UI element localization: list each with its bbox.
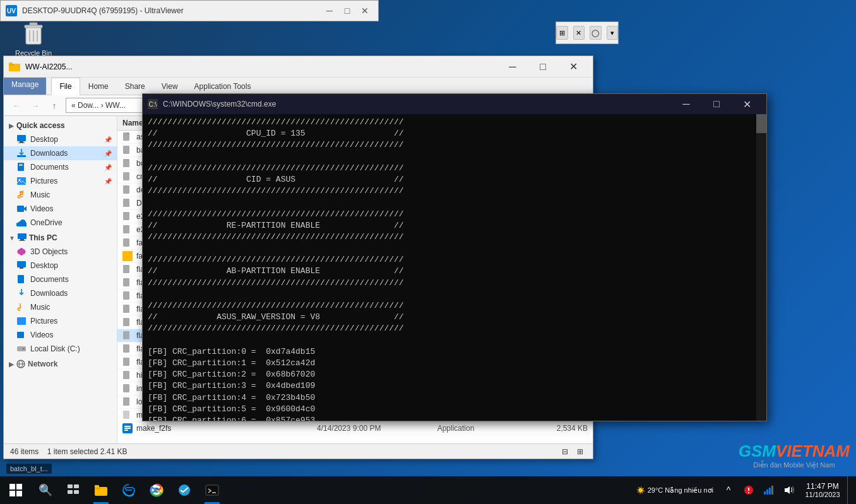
- taskbar-edge-button[interactable]: [115, 476, 143, 504]
- nav-back-button[interactable]: ←: [9, 98, 24, 113]
- cmd-window[interactable]: C:\ C:\WINDOWS\system32\cmd.exe ─ □ ✕ //…: [142, 93, 767, 421]
- sidebar-item-3d-objects[interactable]: 3D Objects: [4, 245, 117, 259]
- svg-rect-8: [9, 62, 13, 64]
- svg-rect-36: [123, 212, 129, 220]
- svg-rect-47: [123, 358, 129, 366]
- sidebar-item-onedrive[interactable]: OneDrive: [4, 216, 117, 230]
- sidebar-header-this-pc[interactable]: ▼ This PC: [4, 231, 117, 245]
- tray-network-icon[interactable]: [760, 476, 778, 504]
- file-item-icon: [122, 278, 133, 288]
- cmd-window-controls[interactable]: ─ □ ✕: [672, 96, 761, 112]
- nav-forward-button[interactable]: →: [28, 98, 43, 113]
- svg-rect-2: [30, 23, 37, 25]
- cmd-scrollbar[interactable]: [756, 114, 766, 421]
- taskbar-left[interactable]: 🔍: [0, 476, 226, 504]
- cmd-scroll-thumb[interactable]: [756, 114, 766, 133]
- clock[interactable]: 11:47 PM 11/10/2023: [800, 476, 845, 504]
- svg-rect-28: [23, 348, 25, 349]
- sidebar-item-local-disk[interactable]: Local Disk (C:): [4, 342, 117, 356]
- file-explorer-sidebar[interactable]: ▶ Quick access Desktop 📌 Downloads 📌: [4, 116, 117, 443]
- cmd-maximize-button[interactable]: □: [702, 96, 731, 112]
- svg-rect-48: [123, 371, 129, 379]
- taskbar-right[interactable]: ☀️ 29°C Nắng nhiều nơi ^ 11:47 PM 11/10/…: [633, 476, 856, 504]
- svg-rect-37: [123, 225, 129, 233]
- ultraviewer-close-button[interactable]: ✕: [357, 3, 373, 19]
- fe-maximize-button[interactable]: □: [528, 59, 557, 75]
- fe-minimize-button[interactable]: ─: [498, 59, 527, 75]
- this-pc-label: This PC: [29, 233, 57, 242]
- file-explorer-titlebar: WW-AI2205... ─ □ ✕: [4, 56, 593, 78]
- ribbon-tab-apptools[interactable]: Application Tools: [186, 78, 259, 95]
- sidebar-label-pictures-qa: Pictures: [30, 177, 57, 185]
- sidebar-item-desktop-qa[interactable]: Desktop 📌: [4, 132, 117, 146]
- ribbon-manage-tab[interactable]: Manage: [4, 78, 46, 95]
- sidebar-item-videos-qa[interactable]: Videos: [4, 202, 117, 216]
- cmd-close-button[interactable]: ✕: [732, 96, 761, 112]
- ultraviewer-maximize-button[interactable]: □: [339, 3, 355, 19]
- telegram-icon: [177, 483, 191, 497]
- remote-btn-1[interactable]: ⊞: [556, 26, 568, 40]
- clock-time: 11:47 PM: [806, 482, 838, 491]
- statusbar-count: 46 items 1 item selected 2.41 KB: [10, 447, 127, 456]
- ultraviewer-controls[interactable]: ─ □ ✕: [321, 3, 373, 19]
- taskbar-telegram-button[interactable]: [170, 476, 198, 504]
- terminal-icon: [205, 483, 219, 497]
- ribbon-tabs[interactable]: File Home Share View Application Tools: [46, 78, 264, 95]
- file-explorer-window-controls[interactable]: ─ □ ✕: [498, 59, 588, 75]
- sidebar-item-documents-pc[interactable]: Documents: [4, 273, 117, 286]
- sidebar-item-pictures-qa[interactable]: Pictures 📌: [4, 174, 117, 188]
- ribbon-tab-view[interactable]: View: [153, 78, 186, 95]
- recycle-bin[interactable]: Recycle Bin: [11, 19, 56, 57]
- show-desktop-button[interactable]: [847, 476, 851, 504]
- file-explorer-ribbon[interactable]: Manage File Home Share View Application …: [4, 78, 593, 95]
- taskbar-fileexplorer-button[interactable]: [87, 476, 115, 504]
- tray-warning-icon[interactable]: [740, 476, 758, 504]
- ultraviewer-window[interactable]: UV DESKTOP-9UUDR4Q (67959195) - UltraVie…: [0, 0, 379, 21]
- network-icon: [16, 360, 25, 368]
- fe-close-button[interactable]: ✕: [559, 59, 588, 75]
- sidebar-item-music-qa[interactable]: Music: [4, 188, 117, 202]
- sidebar-section-quick-access: ▶ Quick access Desktop 📌 Downloads 📌: [4, 119, 117, 230]
- statusbar-details-view-icon[interactable]: ⊟: [559, 445, 571, 458]
- svg-rect-18: [17, 206, 24, 212]
- remote-toolbar[interactable]: ⊞ ✕ ◯ ▾: [556, 21, 619, 44]
- sidebar-item-pictures-pc[interactable]: Pictures: [4, 314, 117, 328]
- taskbar-terminal-button[interactable]: [198, 476, 226, 504]
- svg-rect-71: [769, 488, 771, 495]
- remote-btn-3[interactable]: ◯: [590, 26, 602, 40]
- sidebar-item-music-pc[interactable]: Music: [4, 300, 117, 314]
- ultraviewer-minimize-button[interactable]: ─: [321, 3, 338, 19]
- ribbon-tab-home[interactable]: Home: [80, 78, 117, 95]
- sidebar-label-music-pc: Music: [30, 303, 50, 312]
- sidebar-item-desktop-pc[interactable]: Desktop: [4, 259, 117, 273]
- cmd-minimize-button[interactable]: ─: [672, 96, 701, 112]
- sidebar-header-network[interactable]: ▶ Network: [4, 357, 117, 371]
- statusbar-tiles-view-icon[interactable]: ⊞: [574, 445, 586, 458]
- sidebar-item-downloads-qa[interactable]: Downloads 📌: [4, 146, 117, 160]
- svg-rect-10: [20, 141, 23, 143]
- table-row[interactable]: make_f2fs 4/14/2023 9:00 PM Application …: [117, 422, 593, 435]
- svg-rect-69: [764, 491, 766, 495]
- statusbar-view-icons[interactable]: ⊟ ⊞: [559, 445, 586, 458]
- tray-volume-icon[interactable]: [780, 476, 798, 504]
- sidebar-label-downloads-pc: Downloads: [30, 289, 68, 298]
- remote-btn-expand[interactable]: ▾: [607, 26, 619, 40]
- remote-btn-2[interactable]: ✕: [573, 26, 585, 40]
- taskbar-chrome-button[interactable]: [143, 476, 170, 504]
- taskbar-search-button[interactable]: 🔍: [32, 476, 59, 504]
- ribbon-tab-file[interactable]: File: [51, 78, 80, 95]
- sidebar-item-documents-qa[interactable]: Documents 📌: [4, 160, 117, 174]
- sidebar-label-downloads-qa: Downloads: [30, 149, 68, 158]
- sidebar-item-videos-pc[interactable]: Videos: [4, 328, 117, 342]
- sidebar-item-downloads-pc[interactable]: Downloads: [4, 286, 117, 300]
- ribbon-tab-share[interactable]: Share: [117, 78, 153, 95]
- weather-text: 29°C Nắng nhiều nơi: [648, 486, 713, 495]
- file-item-icon: [122, 344, 133, 354]
- nav-up-button[interactable]: ↑: [47, 98, 62, 113]
- start-button[interactable]: [0, 476, 32, 504]
- taskbar[interactable]: 🔍: [0, 476, 856, 504]
- sidebar-label-3d-objects: 3D Objects: [30, 247, 68, 256]
- taskbar-taskview-button[interactable]: [59, 476, 87, 504]
- tray-expand-button[interactable]: ^: [720, 476, 737, 504]
- sidebar-header-quick-access[interactable]: ▶ Quick access: [4, 119, 117, 132]
